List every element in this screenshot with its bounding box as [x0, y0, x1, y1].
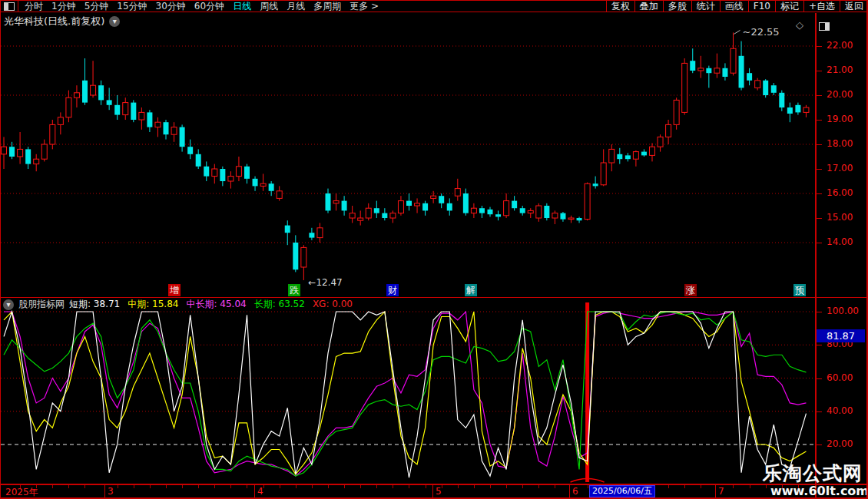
diamond-marker-icon[interactable]: ◇: [796, 19, 803, 31]
indicator-field: 中期: 15.84: [128, 299, 178, 309]
menu-item-multiperiod[interactable]: 多周期: [313, 0, 341, 13]
menu-item-more[interactable]: 更多 >: [350, 0, 379, 13]
menu-item-stats[interactable]: 统计: [692, 1, 721, 12]
timeline-top-border: [1, 484, 868, 485]
menu-item-30min[interactable]: 30分钟: [156, 0, 186, 13]
oscillator-chart[interactable]: [1, 298, 815, 484]
indicator-field: XG: 0.00: [313, 299, 353, 309]
timeline-month: 4: [257, 486, 263, 497]
timeline-bar[interactable]: 2025年 34567 2025/06/06/五: [1, 485, 868, 497]
axis-label: 40.00: [827, 405, 853, 416]
menu-item-15min[interactable]: 15分钟: [117, 0, 147, 13]
indicator-field: 长期: 63.52: [254, 299, 305, 309]
indicator-field: 短期: 38.71: [69, 299, 120, 309]
axis-label: 16.00: [827, 187, 853, 198]
axis-label: 60.00: [827, 372, 853, 383]
band-label: 跌: [288, 284, 300, 296]
axis-label: 18.00: [827, 138, 853, 149]
indicator-header: ▾ 股朋指标网 短期: 38.71中期: 15.84中长期: 45.04长期: …: [3, 298, 360, 311]
indicator-values: 短期: 38.71中期: 15.84中长期: 45.04长期: 63.52XG:…: [69, 298, 360, 311]
menu-item-5min[interactable]: 5分钟: [84, 0, 109, 13]
price-axis-panel: 22.0021.0020.0019.0018.0017.0016.0015.00…: [815, 13, 867, 498]
pane-divider: [1, 297, 868, 298]
candlestick-chart[interactable]: ~22.55←12.47: [1, 13, 815, 297]
axis-label: 100.00: [827, 306, 859, 316]
band-label: 预: [793, 284, 806, 296]
axis-label: 17.00: [827, 163, 853, 173]
menu-item-weekly[interactable]: 周线: [260, 0, 278, 13]
menu-item-add-watchlist[interactable]: +自选: [804, 1, 840, 12]
menu-item-multistock[interactable]: 多股: [664, 1, 692, 12]
timeline-month: 6: [572, 486, 578, 497]
panel-toggle-icon[interactable]: [819, 22, 830, 31]
band-label: 增: [168, 284, 181, 296]
layout-toggle-icon[interactable]: [1, 1, 18, 12]
menu-item-monthly[interactable]: 月线: [287, 0, 305, 13]
trading-app-window: 分时 1分钟 5分钟 15分钟 30分钟 60分钟 日线 周线 月线 多周期 更…: [0, 0, 868, 499]
menu-item-fuquan[interactable]: 复权: [607, 1, 635, 12]
tool-menu: 复权 叠加 多股 统计 画线 F10 标记 +自选 返回: [606, 1, 868, 12]
top-menu-bar: 分时 1分钟 5分钟 15分钟 30分钟 60分钟 日线 周线 月线 多周期 更…: [1, 1, 868, 12]
axis-label: 19.00: [827, 114, 853, 124]
chevron-down-icon[interactable]: ▾: [109, 16, 120, 27]
value-badge: 81.87: [817, 329, 865, 342]
stock-title: 光华科技(日线.前复权): [4, 15, 104, 28]
menu-item-overlay[interactable]: 叠加: [635, 1, 664, 12]
highlighted-date: 2025/06/06/五: [589, 485, 655, 497]
menu-item-back[interactable]: 返回: [840, 1, 868, 12]
timeline-month: 5: [436, 486, 442, 497]
band-label: 解: [465, 284, 477, 296]
indicator-chevron-icon[interactable]: ▾: [3, 299, 14, 310]
menu-item-60min[interactable]: 60分钟: [194, 0, 224, 13]
menu-item-1min[interactable]: 1分钟: [51, 0, 76, 13]
svg-text:~22.55: ~22.55: [743, 26, 780, 38]
menu-item-fenshi[interactable]: 分时: [25, 0, 43, 13]
axis-label: 15.00: [827, 212, 853, 223]
menu-item-daily[interactable]: 日线: [233, 0, 251, 13]
band-label: 涨: [684, 284, 697, 296]
svg-text:←12.47: ←12.47: [308, 277, 342, 288]
stock-title-row: 光华科技(日线.前复权) ▾: [4, 15, 120, 28]
indicator-pane[interactable]: ▾ 股朋指标网 短期: 38.71中期: 15.84中长期: 45.04长期: …: [1, 298, 815, 484]
timeline-bottom-border: [1, 497, 868, 498]
menu-item-f10[interactable]: F10: [749, 1, 776, 12]
band-label: 财: [386, 284, 399, 296]
axis-label: 21.00: [827, 64, 853, 75]
indicator-source: 股朋指标网: [18, 298, 65, 311]
period-menu: 分时 1分钟 5分钟 15分钟 30分钟 60分钟 日线 周线 月线 多周期 更…: [18, 0, 379, 13]
indicator-field: 中长期: 45.04: [186, 299, 246, 309]
timeline-month: 3: [108, 486, 114, 497]
axis-label: 20.00: [827, 89, 853, 100]
axis-label: 20.00: [827, 438, 853, 449]
axis-label: 22.00: [827, 40, 853, 51]
axis-label: 14.00: [827, 236, 853, 247]
timeline-month: 7: [718, 486, 724, 497]
kline-pane[interactable]: ~22.55←12.47 光华科技(日线.前复权) ▾ ◇ 增跌财解涨预: [1, 13, 815, 297]
menu-item-drawline[interactable]: 画线: [721, 1, 749, 12]
menu-item-mark[interactable]: 标记: [776, 1, 804, 12]
